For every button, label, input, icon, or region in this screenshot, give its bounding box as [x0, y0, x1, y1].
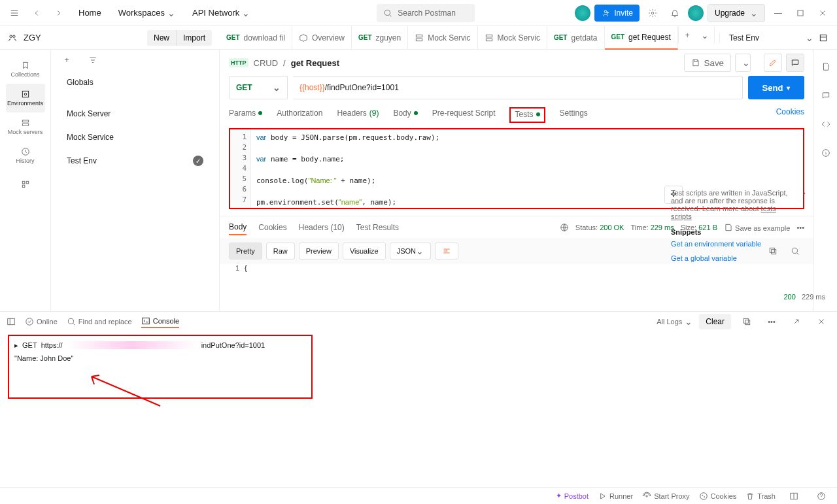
svg-point-1 — [605, 10, 607, 12]
env-globals[interactable]: Globals — [51, 71, 219, 94]
import-button[interactable]: Import — [176, 30, 212, 46]
request-tabs: GETdownload fil Overview GETzguyen Mock … — [220, 26, 719, 50]
env-testenv[interactable]: Test Env✓ — [51, 149, 219, 173]
format-select[interactable]: JSON — [390, 243, 431, 260]
svg-rect-29 — [743, 318, 748, 323]
tab-tests[interactable]: Tests — [509, 107, 545, 123]
tab-getdata[interactable]: GETgetdata — [547, 26, 605, 50]
api-network-nav[interactable]: API Network — [186, 8, 256, 18]
search-input[interactable]: Search Postman — [377, 4, 475, 22]
trash[interactable]: Trash — [745, 492, 776, 501]
snippet-env-var[interactable]: Get an environment variable — [671, 240, 806, 248]
tab-auth[interactable]: Authorization — [277, 107, 322, 123]
tab-headers[interactable]: Headers (9) — [337, 107, 379, 123]
console-toggle[interactable]: Console — [141, 316, 179, 328]
env-mockservice[interactable]: Mock Service — [51, 126, 219, 149]
tab-mock1[interactable]: Mock Servic — [408, 26, 477, 50]
rail-more[interactable] — [6, 170, 45, 199]
wrap-icon[interactable] — [435, 243, 458, 260]
add-env-icon[interactable]: + — [58, 51, 76, 69]
tab-mock2[interactable]: Mock Servic — [478, 26, 547, 50]
upgrade-button[interactable]: Upgrade — [708, 4, 765, 22]
rail-environments[interactable]: Environments — [6, 84, 45, 112]
tab-download[interactable]: GETdownload fil — [220, 26, 292, 50]
snippets-header: Snippets — [671, 228, 806, 236]
find-replace[interactable]: Find and replace — [67, 317, 132, 326]
save-dropdown[interactable] — [735, 54, 751, 72]
url-input[interactable]: {{host}}/findPutOne?id=1001 — [293, 76, 743, 99]
tab-overview[interactable]: Overview — [292, 26, 352, 50]
tab-zguyen[interactable]: GETzguyen — [352, 26, 408, 50]
postbot[interactable]: ✦ Postbot — [556, 492, 589, 500]
info-icon[interactable] — [817, 144, 835, 162]
all-logs[interactable]: All Logs — [657, 316, 692, 327]
tab-params[interactable]: Params — [229, 107, 262, 123]
more-logs-icon[interactable]: ••• — [762, 312, 781, 331]
bell-icon[interactable] — [666, 4, 684, 22]
popout-icon[interactable] — [787, 312, 806, 331]
workspaces-nav[interactable]: Workspaces — [112, 8, 182, 18]
back-icon[interactable] — [27, 4, 46, 22]
copy-logs-icon[interactable] — [738, 312, 756, 331]
rail-history[interactable]: History — [6, 141, 45, 170]
code-icon[interactable] — [817, 115, 835, 133]
new-button[interactable]: New — [147, 30, 176, 46]
rail-collections[interactable]: Collections — [6, 55, 45, 84]
method-select[interactable]: GET — [229, 76, 288, 99]
filter-icon[interactable] — [84, 51, 102, 69]
resp-tab-cookies[interactable]: Cookies — [258, 223, 286, 232]
invite-button[interactable]: Invite — [594, 5, 640, 22]
clear-button[interactable]: Clear — [699, 314, 731, 329]
two-pane-icon[interactable] — [785, 487, 803, 505]
help-icon[interactable] — [812, 487, 830, 505]
runner[interactable]: Runner — [598, 492, 633, 501]
doc-icon[interactable] — [817, 58, 835, 76]
breadcrumb-folder[interactable]: CRUD — [254, 58, 279, 68]
response-body: { — [245, 264, 247, 272]
env-mockserver[interactable]: Mock Server — [51, 102, 219, 126]
bottom-cookies[interactable]: Cookies — [699, 492, 737, 501]
svg-point-4 — [10, 35, 12, 37]
maximize-icon[interactable] — [791, 4, 810, 22]
svg-rect-6 — [417, 35, 422, 37]
search-icon — [383, 8, 392, 18]
tab-more-icon[interactable] — [696, 26, 715, 44]
svg-rect-17 — [26, 181, 29, 184]
resp-tab-headers[interactable]: Headers (10) — [299, 223, 345, 232]
snippet-global-var[interactable]: Get a global variable — [671, 254, 806, 262]
tab-prescript[interactable]: Pre-request Script — [432, 107, 496, 123]
comment-icon[interactable] — [786, 54, 804, 72]
hamburger-icon[interactable] — [5, 4, 24, 22]
close-window-icon[interactable] — [813, 4, 832, 22]
start-proxy[interactable]: Start Proxy — [642, 492, 689, 501]
cookies-link[interactable]: Cookies — [776, 107, 804, 123]
chevron-right-icon[interactable]: › — [803, 189, 806, 220]
minimize-icon[interactable]: — — [769, 4, 787, 22]
svg-point-0 — [385, 10, 390, 15]
environment-select[interactable]: Test Env — [719, 33, 837, 43]
close-console-icon[interactable] — [812, 312, 830, 331]
online-status[interactable]: Online — [25, 317, 58, 326]
preview-button[interactable]: Preview — [299, 243, 339, 260]
tab-getrequest[interactable]: GETget Request — [605, 26, 678, 50]
sidebar-toggle-icon[interactable] — [7, 317, 16, 326]
tab-body[interactable]: Body — [393, 107, 417, 123]
home-nav[interactable]: Home — [72, 8, 108, 18]
avatar-1[interactable] — [575, 5, 590, 21]
avatar-2[interactable] — [688, 5, 704, 21]
pretty-button[interactable]: Pretty — [229, 243, 262, 260]
env-quicklook-icon[interactable] — [819, 33, 828, 42]
save-button[interactable]: Save — [684, 54, 731, 72]
rail-mock[interactable]: Mock servers — [6, 112, 45, 141]
resp-tab-results[interactable]: Test Results — [356, 223, 399, 232]
new-tab-icon[interactable]: + — [678, 26, 696, 44]
forward-icon[interactable] — [50, 4, 68, 22]
raw-button[interactable]: Raw — [266, 243, 295, 260]
chat-icon[interactable] — [817, 86, 835, 105]
edit-icon[interactable] — [764, 54, 782, 72]
visualize-button[interactable]: Visualize — [343, 243, 386, 260]
send-button[interactable]: Send▾ — [748, 76, 804, 99]
tab-settings[interactable]: Settings — [560, 107, 588, 123]
resp-tab-body[interactable]: Body — [229, 222, 247, 235]
settings-icon[interactable] — [643, 4, 662, 22]
